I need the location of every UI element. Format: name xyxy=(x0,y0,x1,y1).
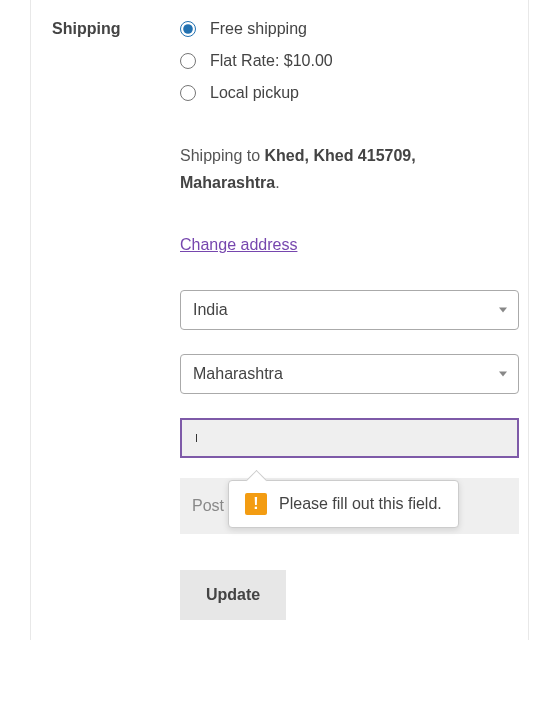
text-cursor xyxy=(196,434,197,442)
shipping-option-pickup[interactable]: Local pickup xyxy=(180,84,519,102)
radio-flat-rate[interactable] xyxy=(180,53,196,69)
radio-label: Flat Rate: $10.00 xyxy=(210,52,333,70)
shipping-section: Shipping Free shipping Flat Rate: $10.00… xyxy=(0,0,559,640)
content-column: Free shipping Flat Rate: $10.00 Local pi… xyxy=(180,20,529,620)
validation-message: Please fill out this field. xyxy=(279,495,442,513)
warning-icon: ! xyxy=(245,493,267,515)
chevron-down-icon xyxy=(499,372,507,377)
shipping-destination: Shipping to Khed, Khed 415709, Maharasht… xyxy=(180,142,519,196)
shipping-label: Shipping xyxy=(52,20,120,37)
shipping-option-flat[interactable]: Flat Rate: $10.00 xyxy=(180,52,519,70)
postcode-placeholder: Post xyxy=(192,497,224,514)
radio-local-pickup[interactable] xyxy=(180,85,196,101)
state-select[interactable]: Maharashtra xyxy=(180,354,519,394)
city-input[interactable] xyxy=(180,418,519,458)
state-select-box[interactable]: Maharashtra xyxy=(180,354,519,394)
chevron-down-icon xyxy=(499,308,507,313)
radio-free-shipping[interactable] xyxy=(180,21,196,37)
label-column: Shipping xyxy=(30,20,180,620)
radio-label: Local pickup xyxy=(210,84,299,102)
change-address-link[interactable]: Change address xyxy=(180,236,297,254)
right-divider xyxy=(528,0,529,640)
validation-tooltip: ! Please fill out this field. xyxy=(228,480,459,528)
shipping-options: Free shipping Flat Rate: $10.00 Local pi… xyxy=(180,20,519,102)
country-select[interactable]: India xyxy=(180,290,519,330)
shipping-option-free[interactable]: Free shipping xyxy=(180,20,519,38)
update-button[interactable]: Update xyxy=(180,570,286,620)
country-value: India xyxy=(193,301,228,319)
left-divider xyxy=(30,0,31,640)
state-value: Maharashtra xyxy=(193,365,283,383)
city-input-wrap: ! Please fill out this field. xyxy=(180,418,519,458)
shipping-prefix: Shipping to xyxy=(180,147,265,164)
shipping-suffix: . xyxy=(275,174,279,191)
country-select-box[interactable]: India xyxy=(180,290,519,330)
radio-label: Free shipping xyxy=(210,20,307,38)
